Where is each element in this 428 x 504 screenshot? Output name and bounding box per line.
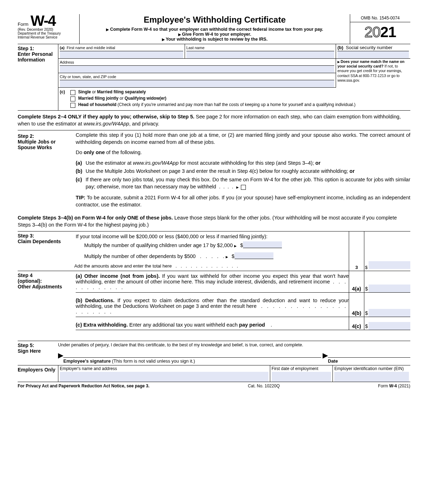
step-2-intro: Complete this step if you (1) hold more … <box>76 132 410 146</box>
signature-arrow-icon: ▶ <box>58 351 63 359</box>
tax-year: 2021 <box>350 22 410 41</box>
step-1-label: Step 1: Enter Personal Information <box>18 44 58 110</box>
last-name-label: Last name <box>186 46 204 50</box>
employers-only: Employers Only Employer's name and addre… <box>18 365 410 382</box>
address-label: Address <box>60 60 74 64</box>
line-4b-input[interactable] <box>369 309 410 317</box>
step-4-label: Step 4(optional): Other Adjustments <box>18 271 76 330</box>
omb-number: OMB No. 1545-0074 <box>350 14 410 22</box>
col-amt-empty <box>364 232 410 261</box>
header-center: Employee's Withholding Certificate Compl… <box>80 14 350 44</box>
first-name-label: First name and middle initial <box>67 46 115 50</box>
date-field[interactable]: Date <box>328 357 410 364</box>
col-num-empty <box>349 232 364 261</box>
step-5-label: Step 5: Sign Here <box>18 341 58 365</box>
step-3-total-row: Add the amounts above and enter the tota… <box>18 261 410 271</box>
signature-field[interactable]: Employee's signature (This form is not v… <box>63 357 321 364</box>
instruction-2: Give Form W-4 to your employer. <box>82 32 347 37</box>
revision: (Rev. December 2020) <box>18 28 78 31</box>
cat-number: Cat. No. 10220Q <box>248 383 280 388</box>
form-header: Form W-4 (Rev. December 2020) Department… <box>18 14 410 44</box>
step-3: Step 3: Claim Dependents If your total i… <box>18 231 410 261</box>
ein-label: Employer identification number (EIN) <box>334 366 404 371</box>
step-4: Step 4(optional): Other Adjustments (a) … <box>18 271 410 330</box>
employer-name-label: Employer's name and address <box>60 366 117 371</box>
ein-input[interactable] <box>334 372 409 382</box>
checkbox-hoh[interactable] <box>70 103 75 108</box>
declaration: Under penalties of perjury, I declare th… <box>58 342 410 347</box>
line-4c-input[interactable] <box>369 322 410 330</box>
dept-line-1: Department of the Treasury <box>18 31 78 35</box>
ssn-label: Social security number <box>346 45 393 50</box>
other-dependents-input[interactable] <box>235 252 273 259</box>
checkbox-mfj[interactable] <box>70 96 75 101</box>
checkbox-single[interactable] <box>70 90 75 95</box>
first-date-label: First date of employment <box>272 366 318 371</box>
header-right: OMB No. 1545-0074 2021 <box>350 14 410 44</box>
employer-name-input[interactable] <box>60 372 268 382</box>
line-3-num: 3 <box>349 261 364 271</box>
line-4a-input[interactable] <box>369 285 410 292</box>
line-4c-num: 4(c) <box>349 317 364 330</box>
instructions-steps-3-4b: Complete Steps 3–4(b) on Form W-4 for on… <box>18 212 410 231</box>
step-1: Step 1: Enter Personal Information (a) F… <box>18 44 410 111</box>
name-match-note: Does your name match the name on your so… <box>336 59 410 83</box>
checkbox-two-jobs[interactable] <box>241 185 246 190</box>
form-number: W-4 <box>30 14 55 28</box>
dept-line-2: Internal Revenue Service <box>18 35 78 39</box>
instruction-3: Your withholding is subject to review by… <box>82 37 347 42</box>
instructions-steps-2-4: Complete Steps 2–4 ONLY if they apply to… <box>18 111 410 130</box>
first-date-input[interactable] <box>272 372 331 382</box>
form-title: Employee's Withholding Certificate <box>82 15 347 25</box>
step-2: Step 2: Multiple Jobs or Spouse Works Co… <box>18 130 410 212</box>
last-name-input[interactable] <box>186 51 334 58</box>
header-left: Form W-4 (Rev. December 2020) Department… <box>18 14 80 44</box>
line-4a-num: 4(a) <box>349 271 364 292</box>
form-w4: Form W-4 (Rev. December 2020) Department… <box>18 14 410 388</box>
step-3-label: Step 3: Claim Dependents <box>18 232 76 261</box>
step-5: Step 5: Sign Here Under penalties of per… <box>18 341 410 365</box>
step-3-intro: If your total income will be $200,000 or… <box>76 234 346 239</box>
line-3-amount-input[interactable] <box>369 261 410 269</box>
ssn-input[interactable] <box>337 51 409 58</box>
line-4b-num: 4(b) <box>349 293 364 317</box>
city-input[interactable] <box>60 80 334 87</box>
first-name-input[interactable] <box>60 51 183 58</box>
city-label: City or town, state, and ZIP code <box>60 75 116 79</box>
form-ref: Form W-4 (2021) <box>378 383 410 388</box>
children-amount-input[interactable] <box>243 241 282 248</box>
address-input[interactable] <box>60 65 334 73</box>
form-footer: For Privacy Act and Paperwork Reduction … <box>18 382 410 388</box>
privacy-notice: For Privacy Act and Paperwork Reduction … <box>18 383 150 388</box>
c-letter: (c) <box>60 89 68 94</box>
form-word: Form <box>18 22 28 27</box>
employers-label: Employers Only <box>18 365 58 382</box>
step-2-label: Step 2: Multiple Jobs or Spouse Works <box>18 132 76 212</box>
date-arrow-icon: ▶ <box>323 351 328 359</box>
instruction-1: Complete Form W-4 so that your employer … <box>82 27 347 32</box>
